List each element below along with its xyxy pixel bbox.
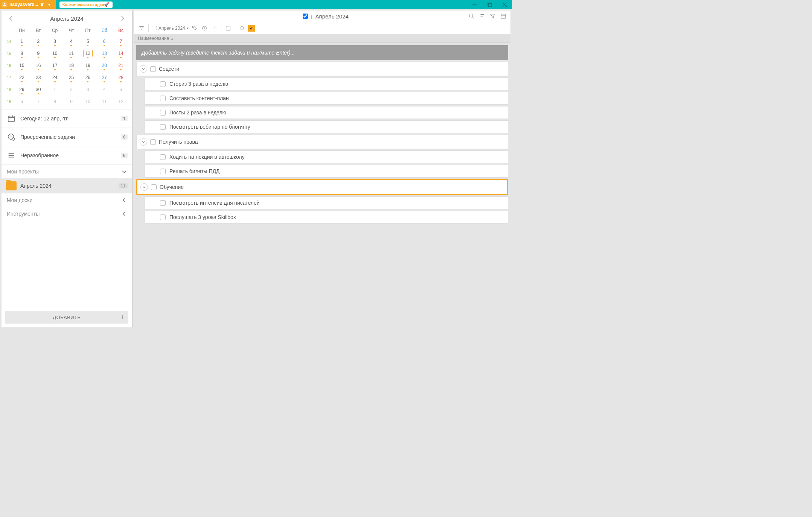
checkbox-checked-icon[interactable]: ✓ (248, 25, 255, 32)
calendar-day[interactable]: 9 (63, 96, 80, 108)
calendar-day[interactable]: 17 (47, 59, 63, 71)
calendar-day[interactable]: 29 (14, 84, 30, 96)
task-row[interactable]: Составить контент-план (145, 92, 508, 105)
calendar-day[interactable]: 15 (14, 59, 30, 71)
calendar-day[interactable]: 7 (113, 35, 129, 47)
calendar-day[interactable]: 12 (79, 47, 96, 59)
calendar-day[interactable]: 1 (14, 35, 30, 47)
calendar-day[interactable]: 3 (79, 84, 96, 96)
calendar-day[interactable]: 28 (113, 71, 129, 84)
group-toggle-icon[interactable] (140, 138, 147, 146)
add-button[interactable]: ДОБАВИТЬ + (5, 311, 128, 324)
task-group[interactable]: Получить права (136, 135, 508, 149)
tag-icon[interactable] (191, 24, 198, 32)
filter-icon[interactable] (138, 24, 145, 32)
calendar-day[interactable]: 6 (96, 35, 113, 47)
task-row[interactable]: Посты 2 раза в неделю (145, 106, 508, 119)
sidebar-projects-header[interactable]: Мои проекты (2, 165, 132, 178)
calendar-day[interactable]: 10 (79, 96, 96, 108)
task-group[interactable]: Соцсети (136, 62, 508, 76)
calendar-icon[interactable] (500, 13, 507, 20)
sidebar-tools-header[interactable]: Инструменты (2, 207, 132, 220)
calendar-day[interactable]: 2 (30, 35, 47, 47)
calendar-day[interactable]: 3 (47, 35, 63, 47)
calendar-day[interactable]: 5 (79, 35, 96, 47)
task-checkbox[interactable] (160, 214, 166, 220)
calendar-day[interactable]: 21 (113, 59, 129, 71)
user-chip[interactable]: nadyasverd... ♛ ▼ (0, 0, 56, 9)
calendar-day[interactable]: 12 (113, 96, 129, 108)
search-icon[interactable] (468, 13, 475, 20)
calendar-day[interactable]: 24 (47, 71, 63, 84)
task-group[interactable]: Обучение (136, 179, 508, 195)
task-row[interactable]: Решать билеты ПДД (145, 165, 508, 178)
close-button[interactable] (497, 0, 512, 9)
maximize-button[interactable] (482, 0, 497, 9)
task-checkbox[interactable] (160, 200, 166, 206)
calendar-day[interactable]: 2 (63, 84, 80, 96)
calendar-day[interactable]: 6 (14, 96, 30, 108)
calendar-next[interactable] (119, 14, 126, 23)
minimize-button[interactable] (467, 0, 482, 9)
column-header[interactable]: Наименование ▲ (134, 34, 510, 43)
main-title-checkbox[interactable] (303, 14, 308, 19)
toolbar: Апрель 2024 ▾ ✓ (134, 22, 510, 34)
group-checkbox[interactable] (150, 66, 156, 72)
calendar-day[interactable]: 14 (113, 47, 129, 59)
group-toggle-icon[interactable] (140, 65, 147, 73)
task-row[interactable]: Посмотреть интенсив для писателей (145, 196, 508, 209)
bell-icon[interactable] (238, 24, 246, 32)
calendar-day[interactable]: 18 (63, 59, 80, 71)
wand-icon[interactable] (210, 24, 218, 32)
clock-icon[interactable] (201, 24, 208, 32)
sidebar-today[interactable]: Сегодня: 12 апр, пт 1 (2, 109, 132, 128)
calendar-day[interactable]: 11 (63, 47, 80, 59)
calendar-day[interactable]: 5 (113, 84, 129, 96)
sort-icon[interactable] (479, 13, 486, 20)
checkbox-empty-icon[interactable] (224, 24, 232, 32)
calendar-day[interactable]: 7 (30, 96, 47, 108)
task-checkbox[interactable] (160, 110, 166, 116)
calendar-day[interactable]: 27 (96, 71, 113, 84)
task-checkbox[interactable] (160, 154, 166, 160)
calendar-day[interactable]: 8 (14, 47, 30, 59)
add-task-input[interactable]: Добавить задачу (введите текст задачи и … (136, 45, 508, 60)
filter-icon[interactable] (489, 13, 496, 20)
task-row[interactable]: Послушать 3 урока Skillbox (145, 211, 508, 224)
calendar-day[interactable]: 8 (47, 96, 63, 108)
group-checkbox[interactable] (151, 184, 157, 190)
calendar-day[interactable]: 1 (47, 84, 63, 96)
calendar-day[interactable]: 9 (30, 47, 47, 59)
sidebar-project-item[interactable]: Апрель 2024 11 (2, 178, 132, 193)
calendar-day[interactable]: 11 (96, 96, 113, 108)
calendar-day[interactable]: 25 (63, 71, 80, 84)
calendar-prev[interactable] (8, 14, 14, 23)
sidebar-boards-header[interactable]: Мои доски (2, 193, 132, 207)
svg-point-0 (4, 3, 5, 5)
group-title: Соцсети (159, 66, 179, 72)
calendar-day[interactable]: 22 (14, 71, 30, 84)
task-row[interactable]: Посмотреть вебинар по блогингу (145, 120, 508, 133)
calendar-day[interactable]: 13 (96, 47, 113, 59)
promo-badge[interactable]: Космическая скидка🚀 (59, 2, 113, 8)
calendar-day[interactable]: 10 (47, 47, 63, 59)
task-checkbox[interactable] (160, 81, 166, 87)
task-checkbox[interactable] (160, 96, 166, 101)
calendar-day[interactable]: 16 (30, 59, 47, 71)
calendar-day[interactable]: 30 (30, 84, 47, 96)
calendar-day[interactable]: 20 (96, 59, 113, 71)
toolbar-project-chip[interactable]: Апрель 2024 ▾ (152, 26, 189, 31)
task-checkbox[interactable] (160, 124, 166, 130)
calendar-day[interactable]: 4 (96, 84, 113, 96)
calendar-day[interactable]: 4 (63, 35, 80, 47)
group-checkbox[interactable] (150, 139, 156, 145)
group-toggle-icon[interactable] (140, 183, 148, 191)
task-row[interactable]: Сториз 3 раза в неделю (145, 78, 508, 90)
calendar-day[interactable]: 23 (30, 71, 47, 84)
sidebar-overdue[interactable]: Просроченные задачи 6 (2, 128, 132, 146)
sidebar-inbox[interactable]: Неразобранное 6 (2, 146, 132, 165)
task-checkbox[interactable] (160, 169, 166, 174)
task-row[interactable]: Ходить на лекции в автошколу (145, 151, 508, 163)
calendar-day[interactable]: 19 (79, 59, 96, 71)
calendar-day[interactable]: 26 (79, 71, 96, 84)
